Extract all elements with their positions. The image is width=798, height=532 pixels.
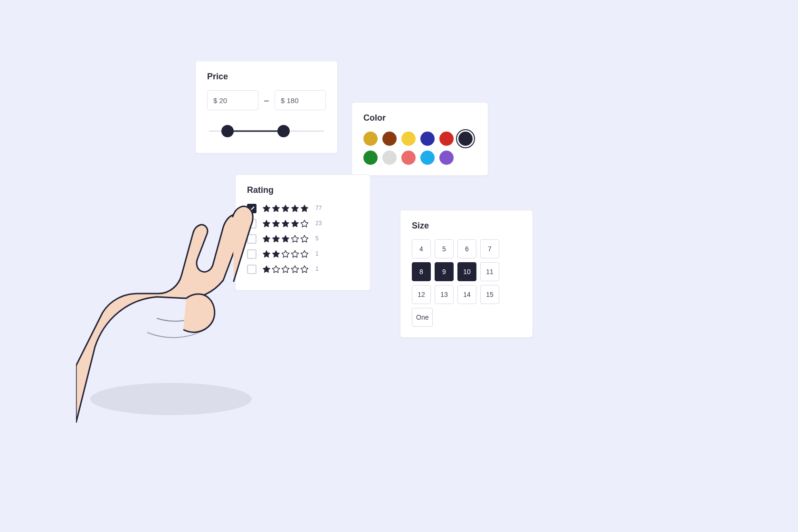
color-swatch-violet[interactable] <box>439 151 454 165</box>
size-option-11[interactable]: 11 <box>480 262 499 281</box>
size-option-6[interactable]: 6 <box>457 239 476 258</box>
rating-count: 77 <box>315 205 322 211</box>
size-option-9[interactable]: 9 <box>435 262 454 281</box>
color-swatch-indigo[interactable] <box>420 132 435 146</box>
size-option-one[interactable]: One <box>412 308 433 327</box>
color-swatch-dark[interactable] <box>458 132 473 146</box>
rating-row-5-star[interactable]: 77 <box>247 204 359 213</box>
rating-count: 5 <box>315 235 319 242</box>
color-swatch-brown[interactable] <box>382 132 397 146</box>
color-swatch-sky[interactable] <box>420 151 435 165</box>
size-title: Size <box>412 221 521 231</box>
star-icons <box>262 235 309 243</box>
color-swatch-silver[interactable] <box>382 151 397 165</box>
price-slider[interactable] <box>209 122 324 141</box>
rating-checkbox[interactable] <box>247 265 256 274</box>
price-min-value: 20 <box>219 96 228 104</box>
price-max-input[interactable]: $ 180 <box>275 90 326 110</box>
currency-symbol: $ <box>281 96 285 104</box>
color-swatch-grid <box>363 132 476 165</box>
size-option-13[interactable]: 13 <box>435 285 454 304</box>
color-swatch-green[interactable] <box>363 151 378 165</box>
price-filter-card: Price $ 20 – $ 180 <box>195 61 338 153</box>
size-option-7[interactable]: 7 <box>480 239 499 258</box>
slider-handle-min[interactable] <box>221 125 234 137</box>
rating-checkbox[interactable] <box>247 219 256 228</box>
rating-checkbox[interactable] <box>247 204 256 213</box>
price-max-value: 180 <box>287 96 299 104</box>
size-option-5[interactable]: 5 <box>435 239 454 258</box>
slider-handle-max[interactable] <box>277 125 290 137</box>
rating-count: 23 <box>315 220 322 227</box>
rating-row-2-star[interactable]: 1 <box>247 249 359 259</box>
rating-rows: 7723511 <box>247 204 359 274</box>
rating-row-4-star[interactable]: 23 <box>247 219 359 228</box>
size-option-14[interactable]: 14 <box>457 285 476 304</box>
price-inputs: $ 20 – $ 180 <box>207 90 326 110</box>
check-icon <box>248 205 255 212</box>
size-option-10[interactable]: 10 <box>457 262 476 281</box>
color-swatch-gold[interactable] <box>363 132 378 146</box>
size-grid: 456789101112131415One <box>412 239 521 327</box>
color-swatch-red[interactable] <box>439 132 454 146</box>
star-icons <box>262 204 309 213</box>
color-title: Color <box>363 113 476 123</box>
size-option-12[interactable]: 12 <box>412 285 431 304</box>
rating-title: Rating <box>247 185 359 195</box>
color-swatch-coral[interactable] <box>401 151 416 165</box>
slider-track-fill <box>228 131 284 132</box>
star-icons <box>262 250 309 258</box>
currency-symbol: $ <box>213 96 217 104</box>
rating-checkbox[interactable] <box>247 234 256 244</box>
color-swatch-yellow[interactable] <box>401 132 416 146</box>
price-range-dash: – <box>264 95 269 105</box>
price-title: Price <box>207 72 326 82</box>
price-min-input[interactable]: $ 20 <box>207 90 258 110</box>
rating-checkbox[interactable] <box>247 249 256 259</box>
svg-point-0 <box>90 383 252 415</box>
rating-row-3-star[interactable]: 5 <box>247 234 359 244</box>
size-option-4[interactable]: 4 <box>412 239 431 258</box>
star-icons <box>262 219 309 228</box>
color-filter-card: Color <box>352 102 488 176</box>
rating-filter-card: Rating 7723511 <box>235 174 370 291</box>
size-option-8[interactable]: 8 <box>412 262 431 281</box>
rating-count: 1 <box>315 250 319 257</box>
rating-count: 1 <box>315 266 319 272</box>
star-icons <box>262 265 309 274</box>
size-option-15[interactable]: 15 <box>480 285 499 304</box>
size-filter-card: Size 456789101112131415One <box>400 210 533 338</box>
rating-row-1-star[interactable]: 1 <box>247 265 359 274</box>
